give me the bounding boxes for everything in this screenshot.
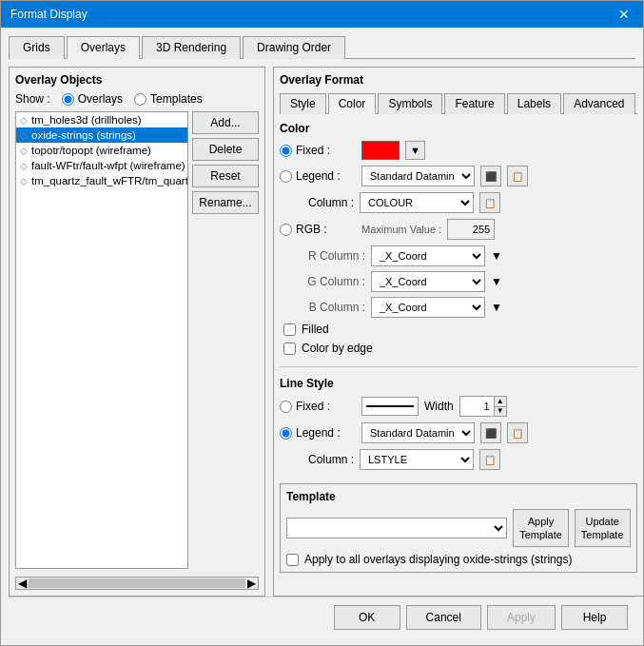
spinner-down-btn[interactable]: ▼	[495, 407, 506, 417]
width-label: Width	[424, 400, 454, 413]
apply-template-button[interactable]: Apply Template	[513, 509, 569, 547]
radio-templates-label[interactable]: Templates	[134, 92, 203, 106]
close-button[interactable]: ✕	[615, 7, 634, 22]
delete-button[interactable]: Delete	[192, 138, 259, 161]
scroll-left-btn[interactable]: ◀	[18, 577, 27, 590]
apply-all-row: Apply to all overlays displaying oxide-s…	[286, 553, 631, 566]
color-by-edge-label: Color by edge	[302, 342, 373, 355]
spinner-up-btn[interactable]: ▲	[495, 397, 506, 407]
fixed-line-radio-label[interactable]: Fixed :	[280, 400, 356, 413]
color-section: Color Fixed : ▼ Legen	[280, 122, 637, 323]
width-input[interactable]	[459, 396, 494, 417]
color-section-label: Color	[280, 122, 637, 135]
tab-color[interactable]: Color	[328, 93, 377, 114]
rename-button[interactable]: Rename...	[192, 191, 259, 214]
radio-overlays-label[interactable]: Overlays	[62, 92, 123, 106]
scroll-right-btn[interactable]: ▶	[247, 577, 256, 590]
legend-color-radio[interactable]	[280, 170, 292, 183]
filled-label: Filled	[302, 323, 329, 336]
overlay-list: ◇ tm_holes3d (drillholes) ◇ oxide-string…	[15, 111, 188, 569]
column-line-icon-btn[interactable]: 📋	[479, 449, 500, 470]
max-value-input[interactable]	[447, 219, 495, 240]
g-column-label: G Column :	[299, 275, 365, 288]
template-select[interactable]	[286, 518, 507, 538]
list-item[interactable]: ◇ oxide-strings (strings)	[16, 127, 187, 143]
update-template-button[interactable]: Update Template	[575, 509, 631, 547]
legend-line-radio-label[interactable]: Legend :	[280, 426, 356, 440]
legend-line-radio[interactable]	[280, 427, 292, 440]
g-dropdown-arrow: ▼	[491, 275, 502, 288]
rgb-radio-label[interactable]: RGB :	[280, 223, 356, 236]
legend-icon-btn2[interactable]: 📋	[507, 166, 528, 186]
radio-overlays[interactable]	[62, 93, 74, 106]
r-column-select[interactable]: _X_Coord	[371, 245, 485, 266]
divider	[280, 366, 637, 367]
fixed-line-row: Fixed : Width ▲ ▼	[280, 396, 637, 417]
b-column-select[interactable]: _X_Coord	[371, 297, 485, 318]
apply-all-checkbox[interactable]	[286, 554, 299, 566]
legend-color-row: Legend : Standard Datamin ⬛ 📋	[280, 166, 637, 186]
column-select[interactable]: COLOUR	[360, 192, 474, 213]
color-dropdown-btn[interactable]: ▼	[405, 141, 425, 160]
cancel-button[interactable]: Cancel	[406, 605, 481, 630]
tree-icon: ◇	[20, 130, 28, 141]
tab-style[interactable]: Style	[280, 93, 326, 114]
overlay-format-title: Overlay Format	[280, 73, 637, 87]
legend-select[interactable]: Standard Datamin	[361, 166, 475, 186]
template-section: Template Apply Template Update Template …	[280, 483, 637, 573]
list-item[interactable]: ◇ tm_holes3d (drillholes)	[16, 112, 187, 127]
ok-button[interactable]: OK	[334, 605, 400, 630]
tab-feature[interactable]: Feature	[444, 93, 504, 114]
list-item[interactable]: ◇ tm_quartz_fault_wFTR/tm_quartz_fault_w…	[16, 173, 187, 188]
add-button[interactable]: Add...	[192, 111, 259, 134]
template-row: Apply Template Update Template	[286, 509, 631, 547]
reset-button[interactable]: Reset	[192, 165, 259, 187]
overlay-objects-title: Overlay Objects	[15, 73, 259, 87]
tree-icon: ◇	[20, 146, 28, 156]
rgb-radio[interactable]	[280, 224, 292, 236]
fixed-line-radio[interactable]	[280, 401, 292, 413]
g-column-row: G Column : _X_Coord ▼	[280, 271, 637, 292]
right-panel: Overlay Format Style Color Symbols Featu…	[273, 67, 644, 597]
template-title: Template	[286, 490, 631, 503]
fixed-radio-label[interactable]: Fixed :	[280, 144, 356, 157]
column-line-row: Column : LSTYLE 📋	[280, 449, 637, 470]
tab-grids[interactable]: Grids	[9, 36, 65, 59]
tree-icon: ◇	[20, 115, 28, 126]
fixed-color-radio[interactable]	[280, 145, 292, 157]
list-item[interactable]: ◇ fault-WFtr/fault-wfpt (wireframe)	[16, 158, 187, 173]
window: Format Display ✕ Grids Overlays 3D Rende…	[0, 0, 644, 646]
color-swatch[interactable]	[361, 141, 400, 160]
show-radio-group: Show : Overlays Templates	[15, 92, 259, 106]
list-item[interactable]: ◇ topotr/topopt (wireframe)	[16, 143, 187, 158]
legend-line-select[interactable]: Standard Datamin	[361, 422, 475, 443]
column-line-label: Column :	[299, 453, 354, 466]
line-style-title: Line Style	[280, 377, 637, 390]
tab-overlays[interactable]: Overlays	[67, 36, 140, 59]
legend-radio-label[interactable]: Legend :	[280, 169, 356, 183]
tab-advanced[interactable]: Advanced	[563, 93, 634, 114]
g-column-select[interactable]: _X_Coord	[371, 271, 485, 292]
tab-drawing-order[interactable]: Drawing Order	[243, 36, 345, 59]
apply-button[interactable]: Apply	[487, 605, 556, 630]
tab-symbols[interactable]: Symbols	[378, 93, 442, 114]
width-spinner: ▲ ▼	[459, 396, 507, 417]
radio-templates[interactable]	[134, 93, 146, 106]
help-button[interactable]: Help	[561, 605, 628, 630]
title-bar: Format Display ✕	[1, 1, 643, 28]
horizontal-scrollbar[interactable]: ◀ ▶	[15, 577, 259, 590]
column-icon-btn[interactable]: 📋	[479, 192, 500, 213]
tab-3d-rendering[interactable]: 3D Rendering	[142, 36, 241, 59]
tab-labels[interactable]: Labels	[507, 93, 561, 114]
legend-line-icon-btn1[interactable]: ⬛	[480, 422, 501, 443]
column-line-select[interactable]: LSTYLE	[360, 449, 474, 470]
r-column-row: R Column : _X_Coord ▼	[280, 245, 637, 266]
tree-icon: ◇	[20, 176, 28, 186]
r-dropdown-arrow: ▼	[491, 249, 502, 263]
legend-line-icon-btn2[interactable]: 📋	[507, 422, 528, 443]
color-by-edge-checkbox[interactable]	[283, 343, 296, 355]
column-label: Column :	[299, 196, 354, 209]
filled-checkbox[interactable]	[283, 323, 296, 336]
legend-icon-btn1[interactable]: ⬛	[480, 166, 501, 186]
column-row: Column : COLOUR 📋	[280, 192, 637, 213]
